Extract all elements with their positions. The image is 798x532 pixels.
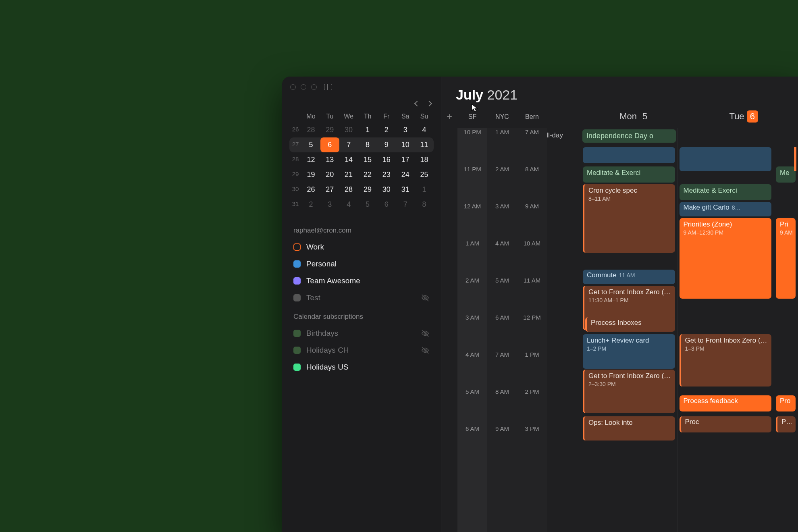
- allday-event[interactable]: Independence Day o: [582, 129, 676, 143]
- mini-day[interactable]: 28: [301, 123, 320, 137]
- mini-day[interactable]: 30: [339, 123, 358, 137]
- mini-week-row[interactable]: 2919202122232425: [289, 167, 434, 182]
- mini-day[interactable]: 8: [415, 197, 434, 212]
- traffic-close-icon[interactable]: [290, 84, 296, 90]
- tz-label-nyc[interactable]: NYC: [487, 112, 517, 121]
- mini-day[interactable]: 5: [358, 197, 377, 212]
- traffic-minimize-icon[interactable]: [301, 84, 306, 90]
- calendar-color-swatch[interactable]: [293, 243, 301, 251]
- event[interactable]: Process Inboxes: [585, 317, 675, 332]
- subscription-item[interactable]: Holidays US: [282, 359, 441, 376]
- mini-day[interactable]: 19: [301, 167, 320, 182]
- calendar-item[interactable]: Personal: [282, 256, 441, 272]
- mini-week-row[interactable]: 302627282930311: [289, 182, 434, 197]
- mini-week-row[interactable]: 262829301234: [289, 123, 434, 137]
- event[interactable]: [583, 147, 675, 163]
- mini-day[interactable]: 7: [396, 197, 415, 212]
- calendar-color-swatch[interactable]: [293, 260, 301, 268]
- mini-day[interactable]: 1: [415, 182, 434, 197]
- mini-day[interactable]: 20: [320, 167, 339, 182]
- mini-day[interactable]: 29: [320, 123, 339, 137]
- day-column-wed-edge[interactable]: MePri9 AMProPro: [774, 128, 798, 532]
- event[interactable]: Process feedback: [680, 395, 772, 411]
- calendar-color-swatch[interactable]: [293, 330, 301, 337]
- event[interactable]: [680, 147, 772, 171]
- prev-month-icon[interactable]: [414, 101, 420, 106]
- mini-day[interactable]: 12: [301, 152, 320, 167]
- mini-day[interactable]: 29: [358, 182, 377, 197]
- mini-calendar[interactable]: MoTuWeThFrSaSu 2628293012342756789101128…: [282, 108, 441, 220]
- visibility-off-icon[interactable]: [421, 346, 430, 355]
- event[interactable]: Proc: [680, 416, 772, 432]
- event[interactable]: Make gift Carlo8…: [680, 202, 772, 216]
- calendar-item[interactable]: Work: [282, 239, 441, 256]
- mini-day[interactable]: 15: [358, 152, 377, 167]
- mini-day[interactable]: 11: [415, 137, 434, 152]
- event[interactable]: Pro: [776, 416, 796, 432]
- mini-week-row[interactable]: 27567891011: [289, 137, 434, 152]
- mini-day[interactable]: 30: [377, 182, 396, 197]
- traffic-zoom-icon[interactable]: [311, 84, 317, 90]
- mini-day[interactable]: 13: [320, 152, 339, 167]
- subscription-item[interactable]: Birthdays: [282, 325, 441, 342]
- mini-day[interactable]: 24: [396, 167, 415, 182]
- mini-day[interactable]: 28: [339, 182, 358, 197]
- mini-day[interactable]: 3: [320, 197, 339, 212]
- tz-label-sf[interactable]: SF: [457, 112, 487, 121]
- event[interactable]: Meditate & Exerci: [583, 166, 675, 183]
- mini-day[interactable]: 7: [339, 137, 358, 152]
- mini-day[interactable]: 1: [358, 123, 377, 137]
- event[interactable]: [794, 147, 798, 171]
- mini-day[interactable]: 17: [396, 152, 415, 167]
- mini-week-row[interactable]: 312345678: [289, 197, 434, 212]
- event[interactable]: Get to Front Inbox Zero (2/3)2–3:30 PM: [583, 370, 675, 413]
- event[interactable]: Commute11 AM: [583, 270, 675, 284]
- mini-day[interactable]: 10: [396, 137, 415, 152]
- mini-day[interactable]: 27: [320, 182, 339, 197]
- mini-day[interactable]: 31: [396, 182, 415, 197]
- event[interactable]: Get to Front Inbox Zero (2/3)1–3 PM: [680, 334, 772, 387]
- day-column-mon[interactable]: Meditate & ExerciCron cycle spec8–11 AMC…: [581, 128, 677, 532]
- event[interactable]: Meditate & Exerci: [680, 184, 772, 200]
- visibility-off-icon[interactable]: [421, 329, 430, 338]
- calendar-color-swatch[interactable]: [293, 347, 301, 354]
- mini-day[interactable]: 6: [320, 137, 339, 152]
- mini-day[interactable]: 2: [301, 197, 320, 212]
- event[interactable]: Cron cycle spec8–11 AM: [583, 184, 675, 253]
- mini-day[interactable]: 4: [415, 123, 434, 137]
- mini-day[interactable]: 16: [377, 152, 396, 167]
- event[interactable]: Pro: [776, 395, 796, 411]
- mini-day[interactable]: 3: [396, 123, 415, 137]
- mini-day[interactable]: 14: [339, 152, 358, 167]
- subscription-item[interactable]: Holidays CH: [282, 342, 441, 359]
- mini-day[interactable]: 26: [301, 182, 320, 197]
- mini-day[interactable]: 4: [339, 197, 358, 212]
- day-header[interactable]: Tue 6: [690, 110, 798, 123]
- mini-week-row[interactable]: 2812131415161718: [289, 152, 434, 167]
- event[interactable]: Pri9 AM: [776, 218, 796, 299]
- mini-day[interactable]: 25: [415, 167, 434, 182]
- sidebar-toggle-icon[interactable]: [324, 84, 332, 90]
- calendar-item[interactable]: Team Awesome: [282, 272, 441, 289]
- day-column-tue[interactable]: Meditate & ExerciMake gift Carlo8…Priori…: [677, 128, 774, 532]
- visibility-off-icon[interactable]: [421, 293, 430, 302]
- mini-day[interactable]: 9: [377, 137, 396, 152]
- mini-day[interactable]: 8: [358, 137, 377, 152]
- event[interactable]: Lunch+ Review card1–2 PM: [583, 334, 675, 369]
- mini-day[interactable]: 6: [377, 197, 396, 212]
- calendar-color-swatch[interactable]: [293, 277, 301, 285]
- calendar-color-swatch[interactable]: [293, 294, 301, 301]
- time-grid[interactable]: 10 PM11 PM12 AM1 AM2 AM3 AM4 AM5 AM6 AM …: [441, 128, 798, 532]
- event[interactable]: Ops: Look into: [583, 416, 675, 441]
- tz-label-bern[interactable]: Bern: [517, 112, 547, 121]
- next-month-icon[interactable]: [426, 101, 432, 106]
- mini-day[interactable]: 2: [377, 123, 396, 137]
- add-event-button[interactable]: +: [441, 111, 457, 122]
- mini-day[interactable]: 22: [358, 167, 377, 182]
- mini-day[interactable]: 18: [415, 152, 434, 167]
- mini-day[interactable]: 23: [377, 167, 396, 182]
- mini-day[interactable]: 21: [339, 167, 358, 182]
- event[interactable]: Me: [776, 166, 796, 183]
- calendar-item[interactable]: Test: [282, 289, 441, 306]
- day-header[interactable]: Mon 5: [581, 110, 690, 123]
